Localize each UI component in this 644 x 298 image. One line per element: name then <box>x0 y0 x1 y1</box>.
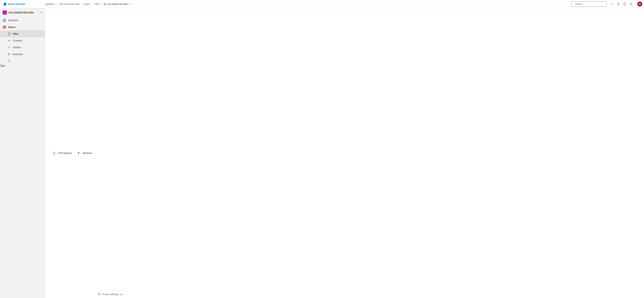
nav-files-label: Files <box>13 32 18 35</box>
breadcrumb: pplatform / coe-starter-kit-azdo / Repos… <box>45 3 131 5</box>
project-badge: C <box>3 10 7 14</box>
repos-icon <box>3 25 6 29</box>
pushes-icon <box>8 46 11 49</box>
nav-files[interactable]: Files <box>0 30 45 37</box>
branches-icon <box>8 52 11 56</box>
azure-devops-logo-icon <box>3 2 6 6</box>
left-nav: C coe-starter-kit-azdo + Overview Repos … <box>0 8 45 298</box>
commits-icon <box>8 39 11 42</box>
nav-branches-label: Branches <box>13 53 23 56</box>
svg-line-1 <box>574 4 574 4</box>
chevron-down-icon <box>129 3 131 5</box>
nav-branches[interactable]: Branches <box>0 51 45 58</box>
nav-commits[interactable]: Commits <box>0 37 45 44</box>
svg-point-22 <box>53 153 54 154</box>
svg-point-23 <box>55 153 55 154</box>
user-initials: JL <box>638 3 641 5</box>
svg-point-20 <box>8 60 9 61</box>
help-icon[interactable]: ? <box>623 2 626 6</box>
overview-icon <box>3 19 6 22</box>
svg-point-0 <box>573 4 574 4</box>
list-icon[interactable]: ≔ <box>610 2 614 6</box>
collapse-nav-icon[interactable]: ≪ <box>120 293 123 296</box>
nav-commits-label: Commits <box>13 39 22 42</box>
svg-point-6 <box>632 4 632 5</box>
nav-overview[interactable]: Overview <box>0 17 45 24</box>
separator: / <box>101 3 102 5</box>
svg-point-17 <box>8 53 9 54</box>
search-input[interactable] <box>575 3 605 5</box>
separator: / <box>57 3 57 5</box>
topbar: Azure DevOps pplatform / coe-starter-kit… <box>0 0 644 8</box>
pull-requests-icon <box>52 151 56 155</box>
breadcrumb-sub[interactable]: Files <box>94 3 100 5</box>
nav-tags-label: Tags <box>0 64 45 67</box>
shopping-bag-icon[interactable] <box>616 2 620 6</box>
brand-link[interactable]: Azure DevOps <box>2 2 45 6</box>
nav-pushes[interactable]: Pushes <box>0 44 45 51</box>
search-icon <box>573 3 574 5</box>
project-selector[interactable]: C coe-starter-kit-azdo + <box>0 8 45 17</box>
svg-point-19 <box>10 53 10 54</box>
breadcrumb-repo-label: coe-starter-kit-azdo <box>108 3 128 5</box>
svg-point-14 <box>9 40 10 41</box>
nav-pull-requests[interactable]: Pull requests <box>45 8 74 298</box>
nav-project-settings[interactable]: Project settings ≪ <box>95 290 126 298</box>
tags-icon <box>8 59 11 63</box>
user-settings-icon[interactable] <box>630 2 633 6</box>
nav-pushes-label: Pushes <box>13 46 21 49</box>
separator: / <box>92 3 93 5</box>
repo-diamond-icon <box>104 3 106 5</box>
svg-point-18 <box>8 55 9 55</box>
nav-tags[interactable] <box>0 58 45 64</box>
pipelines-icon <box>77 151 80 155</box>
svg-point-24 <box>99 294 100 295</box>
nav-repos[interactable]: Repos <box>0 24 45 30</box>
project-name: coe-starter-kit-azdo <box>8 11 34 14</box>
nav-pipelines-label: Pipelines <box>82 152 92 154</box>
svg-text:?: ? <box>624 3 625 5</box>
svg-point-5 <box>630 3 631 4</box>
nav-repos-label: Repos <box>8 26 16 28</box>
nav-overview-label: Overview <box>8 19 18 22</box>
search-box[interactable] <box>572 1 607 7</box>
brand-text: Azure DevOps <box>8 2 25 5</box>
breadcrumb-repo[interactable]: coe-starter-kit-azdo <box>104 3 131 5</box>
breadcrumb-project[interactable]: coe-starter-kit-azdo <box>59 3 80 5</box>
svg-rect-8 <box>4 19 5 20</box>
nav-project-settings-label: Project settings <box>102 293 119 296</box>
separator: / <box>81 3 82 5</box>
svg-point-21 <box>53 152 54 152</box>
add-project-button[interactable]: + <box>40 11 42 14</box>
nav-pull-requests-label: Pull requests <box>58 152 72 154</box>
breadcrumb-org[interactable]: pplatform <box>45 3 55 5</box>
breadcrumb-area[interactable]: Repos <box>84 3 90 5</box>
gear-icon <box>98 293 101 296</box>
files-icon <box>8 32 11 35</box>
svg-rect-9 <box>4 20 5 21</box>
nav-pipelines[interactable]: Pipelines <box>74 8 95 298</box>
top-icons: ≔ ? JL <box>610 1 642 6</box>
user-avatar[interactable]: JL <box>637 1 642 6</box>
